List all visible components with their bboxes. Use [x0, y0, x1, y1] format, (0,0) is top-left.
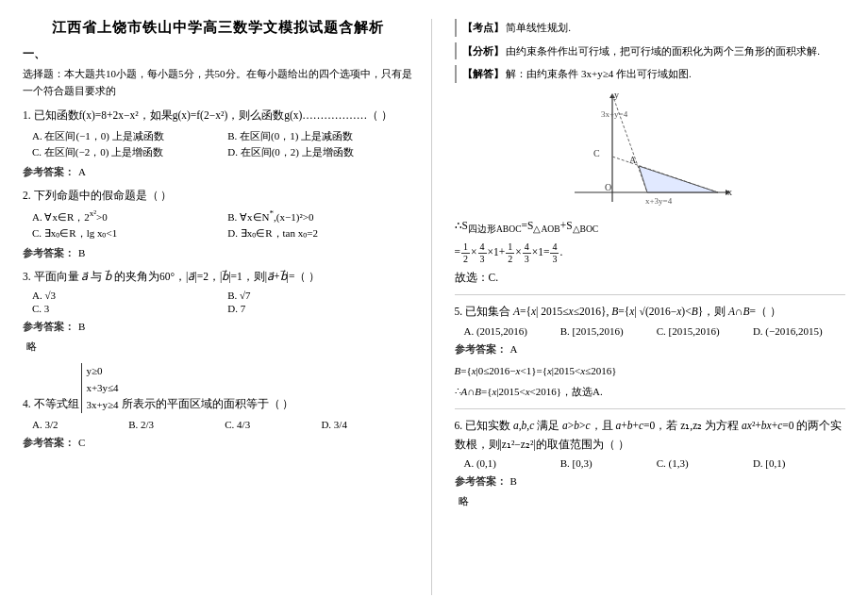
solution-label: 【解答】	[462, 68, 504, 79]
q5-opt-c: C. [2015,2016)	[657, 325, 749, 337]
q5-opt-b: B. [2015,2016)	[560, 325, 653, 337]
q1-answer-row: 参考答案： A	[23, 163, 414, 179]
note-1: 【考点】 简单线性规划.	[455, 19, 846, 37]
q1-opt-b: B. 在区间(0，1) 上是减函数	[227, 129, 413, 143]
q3-answer-row: 参考答案： B	[23, 318, 414, 334]
q4-system: y≥0x+3y≤43x+y≥4	[81, 363, 118, 413]
calc-text: =12×43×1+12×43×1=43.	[455, 241, 846, 265]
q3-text: 3. 平面向量 a⃗ 与 b⃗ 的夹角为60°，|a⃗|=2，|b⃗|=1，则|…	[23, 268, 414, 287]
q1-answer-label: 参考答案：	[23, 165, 75, 179]
svg-marker-6	[639, 166, 718, 192]
q5-opt-d: D. (−2016,2015)	[753, 325, 845, 337]
q4-opt-a: A. 3/2	[32, 419, 125, 430]
q5-options: A. (2015,2016) B. [2015,2016) C. [2015,2…	[464, 325, 846, 337]
q1-options: A. 在区间(−1，0) 上是减函数 B. 在区间(0，1) 上是减函数 C. …	[32, 129, 414, 159]
q2-opt-c: C. ∃x₀∈R，lg x₀<1	[32, 226, 218, 241]
q2-opt-a: A. ∀x∈R，2x²>0	[32, 208, 218, 224]
q5-sol1: B={x|0≤2016−x<1}={x|2015<x≤2016}	[455, 362, 846, 380]
q5-sol2: ∴A∩B={x|2015<x<2016}，故选A.	[455, 383, 846, 401]
q6-opt-d: D. [0,1)	[753, 457, 845, 469]
graph-svg: x y O A C x+3y=4 3x+y=4	[565, 89, 735, 211]
question-4: 4. 不等式组 y≥0x+3y≤43x+y≥4 所表示的平面区域的面积等于（ ）…	[23, 361, 414, 450]
q4-text: 4. 不等式组 y≥0x+3y≤43x+y≥4 所表示的平面区域的面积等于（ ）	[23, 361, 414, 415]
q4-answer-val: C	[78, 437, 85, 448]
section-label: 一、	[23, 46, 414, 62]
q2-opt-d: D. ∃x₀∈R，tan x₀=2	[227, 226, 413, 241]
page-title: 江西省上饶市铁山中学高三数学文模拟试题含解析	[23, 19, 414, 37]
q3-opt-d: D. 7	[227, 303, 413, 314]
q6-options: A. (0,1) B. [0,3) C. (1,3) D. [0,1)	[464, 457, 846, 469]
solution-block: 【解答】 解：由约束条件 3x+y≥4 作出可行域如图.	[455, 65, 846, 83]
svg-text:x+3y=4: x+3y=4	[645, 196, 673, 206]
q3-opt-c: C. 3	[32, 303, 218, 314]
q2-answer-label: 参考答案：	[23, 246, 75, 260]
svg-text:A: A	[629, 155, 637, 165]
q2-text: 2. 下列命题中的假命题是（ ）	[23, 187, 414, 206]
question-2: 2. 下列命题中的假命题是（ ） A. ∀x∈R，2x²>0 B. ∀x∈N*,…	[23, 187, 414, 260]
q3-answer-label: 参考答案：	[23, 320, 75, 334]
q4-answer-row: 参考答案： C	[23, 434, 414, 450]
solution-text: 解：由约束条件 3x+y≥4 作出可行域如图.	[506, 68, 692, 79]
divider-1	[455, 294, 846, 295]
q4-answer-label: 参考答案：	[23, 436, 75, 450]
q4-opt-b: B. 2/3	[128, 419, 221, 430]
note-text-1: 简单线性规划.	[506, 22, 571, 33]
q5-text: 5. 已知集合 A={x| 2015≤x≤2016}, B={x| √(2016…	[455, 303, 846, 322]
q4-opt-d: D. 3/4	[321, 419, 413, 430]
instruction-text: 选择题：本大题共10小题，每小题5分，共50分。在每小题给出的四个选项中，只有是…	[23, 66, 414, 99]
q6-answer-row: 参考答案： B	[455, 473, 846, 489]
note-2: 【分析】 由约束条件作出可行域，把可行域的面积化为两个三角形的面积求解.	[455, 42, 846, 60]
q6-text: 6. 已知实数 a,b,c 满足 a>b>c，且 a+b+c=0，若 z₁,z₂…	[455, 417, 846, 454]
svg-text:C: C	[593, 148, 600, 158]
right-column: 【考点】 简单线性规划. 【分析】 由约束条件作出可行域，把可行域的面积化为两个…	[451, 19, 846, 595]
q2-options: A. ∀x∈R，2x²>0 B. ∀x∈N*,(x−1)²>0 C. ∃x₀∈R…	[32, 208, 414, 241]
graph-area: x y O A C x+3y=4 3x+y=4	[565, 89, 735, 211]
q4-options: A. 3/2 B. 2/3 C. 4/3 D. 3/4	[32, 419, 414, 430]
divider-2	[455, 408, 846, 409]
q2-opt-b: B. ∀x∈N*,(x−1)²>0	[227, 208, 413, 224]
q2-answer-val: B	[78, 247, 85, 258]
q5-answer-val: A	[510, 343, 518, 355]
therefore-text: ∴S四边形ABOC=S△AOB+S△BOC	[455, 217, 846, 238]
q3-opt-a: A. √3	[32, 290, 218, 301]
svg-text:x: x	[727, 187, 732, 197]
q5-answer-row: 参考答案： A	[455, 340, 846, 357]
q6-opt-a: A. (0,1)	[464, 457, 557, 469]
svg-text:y: y	[614, 90, 619, 100]
q3-opt-b: B. √7	[227, 290, 413, 301]
q6-answer-val: B	[510, 475, 517, 487]
q5-answer-label: 参考答案：	[455, 342, 507, 357]
question-3: 3. 平面向量 a⃗ 与 b⃗ 的夹角为60°，|a⃗|=2，|b⃗|=1，则|…	[23, 268, 414, 355]
q1-opt-d: D. 在区间(0，2) 上是增函数	[227, 145, 413, 159]
q3-extra: 略	[26, 340, 414, 354]
q6-opt-b: B. [0,3)	[560, 457, 653, 469]
q6-opt-c: C. (1,3)	[657, 457, 749, 469]
q5-opt-a: A. (2015,2016)	[464, 325, 557, 337]
note-text-2: 由约束条件作出可行域，把可行域的面积化为两个三角形的面积求解.	[506, 45, 820, 57]
page: 江西省上饶市铁山中学高三数学文模拟试题含解析 一、 选择题：本大题共10小题，每…	[0, 0, 868, 614]
q6-extra: 略	[459, 494, 846, 508]
q1-answer-val: A	[78, 166, 86, 177]
note-label-2: 【分析】	[462, 45, 504, 57]
question-5: 5. 已知集合 A={x| 2015≤x≤2016}, B={x| √(2016…	[455, 303, 846, 401]
note-label-1: 【考点】	[462, 22, 504, 33]
q2-answer-row: 参考答案： B	[23, 244, 414, 260]
question-6: 6. 已知实数 a,b,c 满足 a>b>c，且 a+b+c=0，若 z₁,z₂…	[455, 417, 846, 508]
q1-opt-c: C. 在区间(−2，0) 上是增函数	[32, 145, 218, 159]
q1-text: 1. 已知函数f(x)=8+2x−x²，如果g(x)=f(2−x²)，则么函数g…	[23, 107, 414, 125]
q6-answer-label: 参考答案：	[455, 474, 507, 489]
q1-opt-a: A. 在区间(−1，0) 上是减函数	[32, 129, 218, 143]
select-text: 故选：C.	[455, 269, 846, 288]
question-1: 1. 已知函数f(x)=8+2x−x²，如果g(x)=f(2−x²)，则么函数g…	[23, 107, 414, 179]
q3-answer-val: B	[78, 321, 85, 332]
q3-options: A. √3 B. √7 C. 3 D. 7	[32, 290, 414, 314]
svg-text:O: O	[605, 182, 611, 192]
svg-text:3x+y=4: 3x+y=4	[601, 109, 628, 119]
left-column: 江西省上饶市铁山中学高三数学文模拟试题含解析 一、 选择题：本大题共10小题，每…	[23, 19, 432, 595]
q4-opt-c: C. 4/3	[225, 419, 317, 430]
